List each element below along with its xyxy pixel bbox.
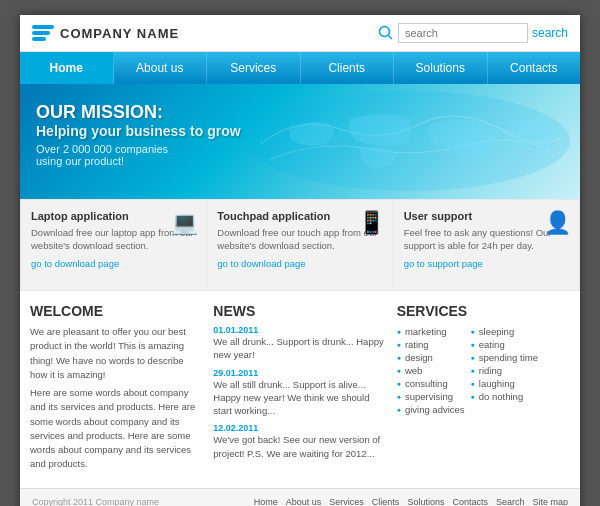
footer-copyright: Copyright 2011 Company name bbox=[32, 497, 159, 507]
service-item: sleeping bbox=[471, 325, 538, 338]
news-text-1: We all drunk... Support is drunk... Happ… bbox=[213, 336, 383, 360]
footer-link-about[interactable]: About us bbox=[286, 497, 322, 507]
footer-link-services[interactable]: Services bbox=[329, 497, 364, 507]
news-date-2: 29.01.2011 bbox=[213, 368, 386, 378]
search-button[interactable]: search bbox=[532, 26, 568, 40]
news-text-2: We all still drunk... Support is alive..… bbox=[213, 379, 369, 417]
hero-section: OUR MISSION: Helping your business to gr… bbox=[20, 84, 580, 199]
footer-link-contacts[interactable]: Contacts bbox=[452, 497, 488, 507]
card-touchpad: 📱 Touchpad application Download free our… bbox=[207, 200, 392, 290]
cards-section: 💻 Laptop application Download free our l… bbox=[20, 199, 580, 291]
services-list-1: marketing rating design web consulting s… bbox=[397, 325, 465, 416]
nav-item-services[interactable]: Services bbox=[207, 52, 301, 84]
services-list-2: sleeping eating spending time riding lau… bbox=[471, 325, 538, 416]
laptop-icon: 💻 bbox=[171, 210, 198, 236]
services-column: SERVICES marketing rating design web con… bbox=[397, 303, 570, 476]
news-column: NEWS 01.01.2011 We all drunk... Support … bbox=[213, 303, 386, 476]
service-item: design bbox=[397, 351, 465, 364]
service-item: spending time bbox=[471, 351, 538, 364]
hero-subheading: Helping your business to grow bbox=[36, 123, 564, 139]
svg-point-3 bbox=[379, 27, 389, 37]
service-item: laughing bbox=[471, 377, 538, 390]
footer: Copyright 2011 Company name Home About u… bbox=[20, 488, 580, 507]
service-item: riding bbox=[471, 364, 538, 377]
nav-item-contacts[interactable]: Contacts bbox=[488, 52, 581, 84]
welcome-p1: We are pleasant to offer you our best pr… bbox=[30, 325, 203, 382]
welcome-column: WELCOME We are pleasant to offer you our… bbox=[30, 303, 203, 476]
services-heading: SERVICES bbox=[397, 303, 570, 319]
main-content: WELCOME We are pleasant to offer you our… bbox=[20, 291, 580, 488]
hero-heading: OUR MISSION: bbox=[36, 102, 564, 123]
card-laptop-link[interactable]: go to download page bbox=[31, 258, 196, 269]
service-item: giving advices bbox=[397, 403, 465, 416]
footer-link-home[interactable]: Home bbox=[254, 497, 278, 507]
news-heading: NEWS bbox=[213, 303, 386, 319]
news-date-1: 01.01.2011 bbox=[213, 325, 386, 335]
search-icon bbox=[378, 25, 394, 41]
nav-item-about[interactable]: About us bbox=[114, 52, 208, 84]
welcome-heading: WELCOME bbox=[30, 303, 203, 319]
svg-rect-0 bbox=[32, 25, 54, 29]
service-item: do nothing bbox=[471, 390, 538, 403]
footer-link-solutions[interactable]: Solutions bbox=[407, 497, 444, 507]
svg-line-4 bbox=[388, 36, 392, 40]
card-support-link[interactable]: go to support page bbox=[404, 258, 569, 269]
service-item: rating bbox=[397, 338, 465, 351]
news-date-3: 12.02.2011 bbox=[213, 423, 386, 433]
nav-item-clients[interactable]: Clients bbox=[301, 52, 395, 84]
logo-text: COMPANY NAME bbox=[60, 26, 179, 41]
welcome-p2: Here are some words about company and it… bbox=[30, 386, 203, 472]
nav-item-solutions[interactable]: Solutions bbox=[394, 52, 488, 84]
service-item: consulting bbox=[397, 377, 465, 390]
service-item: supervising bbox=[397, 390, 465, 403]
user-icon: 👤 bbox=[544, 210, 571, 236]
hero-body: Over 2 000 000 companies using our produ… bbox=[36, 143, 196, 167]
footer-link-search[interactable]: Search bbox=[496, 497, 525, 507]
svg-rect-2 bbox=[32, 37, 46, 41]
service-item: eating bbox=[471, 338, 538, 351]
footer-links: Home About us Services Clients Solutions… bbox=[254, 497, 568, 507]
svg-rect-1 bbox=[32, 31, 50, 35]
search-input[interactable] bbox=[398, 23, 528, 43]
tablet-icon: 📱 bbox=[358, 210, 385, 236]
card-support: 👤 User support Feel free to ask any ques… bbox=[394, 200, 579, 290]
service-item: marketing bbox=[397, 325, 465, 338]
card-laptop: 💻 Laptop application Download free our l… bbox=[21, 200, 206, 290]
footer-link-clients[interactable]: Clients bbox=[372, 497, 400, 507]
footer-link-sitemap[interactable]: Site map bbox=[532, 497, 568, 507]
card-touchpad-link[interactable]: go to download page bbox=[217, 258, 382, 269]
logo: COMPANY NAME bbox=[32, 24, 179, 42]
services-lists: marketing rating design web consulting s… bbox=[397, 325, 570, 416]
service-item: web bbox=[397, 364, 465, 377]
nav-item-home[interactable]: Home bbox=[20, 52, 114, 84]
logo-icon bbox=[32, 24, 54, 42]
search-area: search bbox=[378, 23, 568, 43]
news-text-3: We've got back! See our new version of p… bbox=[213, 434, 380, 458]
nav-bar: Home About us Services Clients Solutions… bbox=[20, 52, 580, 84]
